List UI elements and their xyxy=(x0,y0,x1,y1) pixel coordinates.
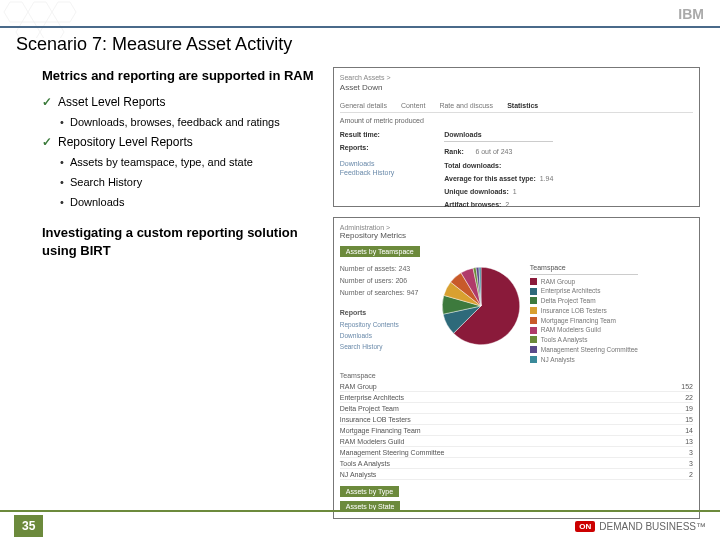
legend-label: RAM Group xyxy=(541,277,575,287)
slide-number: 35 xyxy=(14,515,43,537)
repo-stats: Number of assets: 243 Number of users: 2… xyxy=(340,263,432,364)
pie-chart xyxy=(438,263,524,349)
metrics-heading: Metrics and reporting are supported in R… xyxy=(42,67,323,85)
right-column: Search Assets > Asset Down General detai… xyxy=(333,67,700,529)
legend-swatch-icon xyxy=(530,278,537,285)
table-row: RAM Group152 xyxy=(340,381,693,392)
content-area: Metrics and reporting are supported in R… xyxy=(0,67,720,529)
svg-marker-3 xyxy=(16,22,40,38)
svg-marker-1 xyxy=(28,2,52,22)
legend: Teamspace RAM GroupEnterprise Architects… xyxy=(530,263,638,364)
legend-label: NJ Analysts xyxy=(541,355,575,365)
legend-item: RAM Modelers Guild xyxy=(530,325,638,335)
legend-label: Insurance LOB Testers xyxy=(541,306,607,316)
tab[interactable]: Rate and discuss xyxy=(439,102,493,109)
tab-active[interactable]: Statistics xyxy=(507,102,538,109)
legend-item: Insurance LOB Testers xyxy=(530,306,638,316)
on-demand-logo: ON DEMAND BUSINESS™ xyxy=(575,521,706,532)
legend-item: NJ Analysts xyxy=(530,355,638,365)
breadcrumb: Administration > xyxy=(340,224,693,231)
legend-swatch-icon xyxy=(530,307,537,314)
table-row: NJ Analysts2 xyxy=(340,469,693,480)
legend-label: RAM Modelers Guild xyxy=(541,325,601,335)
svg-marker-4 xyxy=(40,22,64,38)
screenshot-repo-metrics: Administration > Repository Metrics Asse… xyxy=(333,217,700,519)
asset-level-reports: ✓Asset Level Reports xyxy=(42,95,323,109)
legend-label: Delta Project Team xyxy=(541,296,596,306)
legend-item: Delta Project Team xyxy=(530,296,638,306)
legend-swatch-icon xyxy=(530,346,537,353)
report-link[interactable]: Repository Contents xyxy=(340,319,432,330)
table-row: RAM Modelers Guild13 xyxy=(340,436,693,447)
asset-title: Asset Down xyxy=(340,83,693,92)
legend-swatch-icon xyxy=(530,327,537,334)
birt-heading: Investigating a custom reporting solutio… xyxy=(42,224,323,260)
breadcrumb: Search Assets > xyxy=(340,74,693,81)
legend-swatch-icon xyxy=(530,297,537,304)
left-stats: Result time: Reports: Downloads Feedback… xyxy=(340,128,394,212)
asset-level-sub: Downloads, browses, feedback and ratings xyxy=(60,115,323,130)
legend-item: Tools A Analysts xyxy=(530,335,638,345)
screenshot-asset-stats: Search Assets > Asset Down General detai… xyxy=(333,67,700,207)
repo-sub-3: Downloads xyxy=(60,195,323,210)
assets-by-type-button[interactable]: Assets by Type xyxy=(340,486,399,497)
left-column: Metrics and reporting are supported in R… xyxy=(20,67,333,529)
tab[interactable]: Content xyxy=(401,102,426,109)
svg-marker-2 xyxy=(52,2,76,22)
check-icon: ✓ xyxy=(42,95,52,109)
table-row: Management Steering Committee3 xyxy=(340,447,693,458)
repo-title: Repository Metrics xyxy=(340,231,693,240)
hex-background-icon xyxy=(0,0,140,38)
legend-swatch-icon xyxy=(530,356,537,363)
repo-sub-2: Search History xyxy=(60,175,323,190)
assets-by-teamspace-button[interactable]: Assets by Teamspace xyxy=(340,246,420,257)
right-stats: Downloads Rank: 6 out of 243 Total downl… xyxy=(444,128,553,212)
table-row: Mortgage Financing Team14 xyxy=(340,425,693,436)
legend-label: Mortgage Financing Team xyxy=(541,316,616,326)
repo-sub-1: Assets by teamspace, type, and state xyxy=(60,155,323,170)
panel-label: Amount of metric produced xyxy=(340,117,693,124)
on-badge-icon: ON xyxy=(575,521,595,532)
svg-marker-0 xyxy=(4,2,28,22)
legend-label: Enterprise Architects xyxy=(541,286,601,296)
legend-swatch-icon xyxy=(530,317,537,324)
legend-label: Management Steering Committee xyxy=(541,345,638,355)
legend-swatch-icon xyxy=(530,336,537,343)
table-row: Enterprise Architects22 xyxy=(340,392,693,403)
legend-item: Enterprise Architects xyxy=(530,286,638,296)
legend-label: Tools A Analysts xyxy=(541,335,588,345)
report-link[interactable]: Search History xyxy=(340,341,432,352)
legend-item: RAM Group xyxy=(530,277,638,287)
teamspace-table: Teamspace RAM Group152Enterprise Archite… xyxy=(340,372,693,480)
table-row: Delta Project Team19 xyxy=(340,403,693,414)
tab[interactable]: General details xyxy=(340,102,387,109)
report-link[interactable]: Downloads xyxy=(340,330,432,341)
repo-level-reports: ✓Repository Level Reports xyxy=(42,135,323,149)
ibm-logo: IBM xyxy=(678,6,704,22)
legend-swatch-icon xyxy=(530,288,537,295)
table-row: Insurance LOB Testers15 xyxy=(340,414,693,425)
legend-item: Management Steering Committee xyxy=(530,345,638,355)
top-bar: IBM xyxy=(0,0,720,28)
table-row: Tools A Analysts3 xyxy=(340,458,693,469)
legend-item: Mortgage Financing Team xyxy=(530,316,638,326)
footer: 35 ON DEMAND BUSINESS™ xyxy=(0,510,720,540)
tabs: General details Content Rate and discuss… xyxy=(340,102,693,113)
check-icon: ✓ xyxy=(42,135,52,149)
